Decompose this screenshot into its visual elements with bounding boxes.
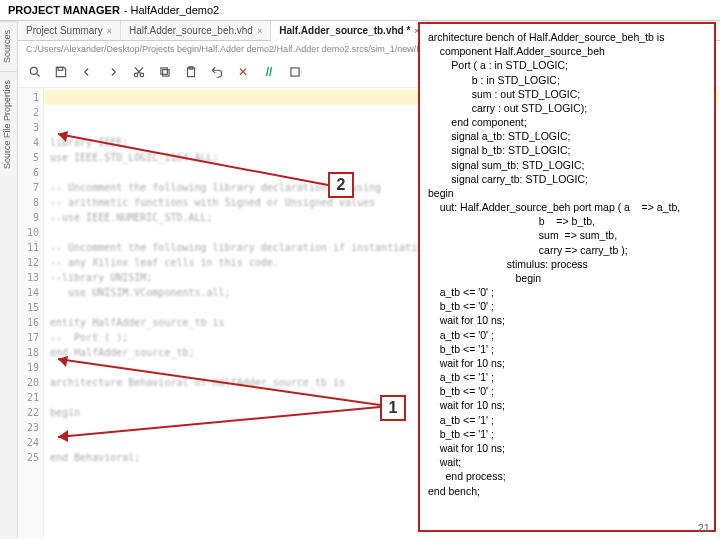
vhdl-line: b_tb <= '1' ;	[428, 427, 706, 441]
tab-source-beh[interactable]: Half.Adder_source_beh.vhd ×	[121, 21, 271, 40]
vhdl-line: b_tb <= '0' ;	[428, 299, 706, 313]
vhdl-line: Port ( a : in STD_LOGIC;	[428, 58, 706, 72]
sidetab-sources[interactable]: Sources	[0, 21, 17, 71]
line-number: 22	[18, 405, 39, 420]
title-main: PROJECT MANAGER	[8, 4, 120, 16]
tab-label: Project Summary	[26, 25, 103, 36]
vhdl-line: wait for 10 ns;	[428, 356, 706, 370]
save-icon[interactable]	[50, 61, 72, 83]
svg-rect-2	[58, 67, 63, 70]
line-number: 4	[18, 135, 39, 150]
svg-line-1	[37, 74, 40, 77]
vhdl-line: a_tb <= '0' ;	[428, 285, 706, 299]
line-number: 20	[18, 375, 39, 390]
vhdl-line: wait for 10 ns;	[428, 313, 706, 327]
line-number: 24	[18, 435, 39, 450]
line-number: 8	[18, 195, 39, 210]
line-number: 12	[18, 255, 39, 270]
line-number: 15	[18, 300, 39, 315]
line-number: 13	[18, 270, 39, 285]
expand-icon[interactable]	[284, 61, 306, 83]
svg-point-0	[30, 67, 37, 74]
svg-rect-11	[291, 68, 299, 76]
comment-button[interactable]: //	[258, 61, 280, 83]
vhdl-line: signal a_tb: STD_LOGIC;	[428, 129, 706, 143]
line-number: 18	[18, 345, 39, 360]
line-number: 17	[18, 330, 39, 345]
svg-rect-8	[161, 68, 167, 74]
copy-icon[interactable]	[154, 61, 176, 83]
vhdl-line: wait for 10 ns;	[428, 441, 706, 455]
line-number: 11	[18, 240, 39, 255]
close-icon[interactable]: ×	[107, 26, 112, 36]
delete-icon[interactable]: ✕	[232, 61, 254, 83]
tab-source-tb[interactable]: Half.Adder_source_tb.vhd * ×	[271, 21, 428, 41]
svg-rect-7	[163, 70, 169, 76]
vhdl-line: carry => carry_tb );	[428, 243, 706, 257]
line-number: 23	[18, 420, 39, 435]
back-icon[interactable]	[76, 61, 98, 83]
line-number: 2	[18, 105, 39, 120]
line-number: 9	[18, 210, 39, 225]
line-gutter: 1234567891011121314151617181920212223242…	[18, 88, 44, 539]
line-number: 3	[18, 120, 39, 135]
forward-icon[interactable]	[102, 61, 124, 83]
vhdl-line: a_tb <= '1' ;	[428, 370, 706, 384]
close-icon[interactable]: ×	[257, 26, 262, 36]
vhdl-line: sum => sum_tb,	[428, 228, 706, 242]
vhdl-line: b : in STD_LOGIC;	[428, 73, 706, 87]
vhdl-line: begin	[428, 271, 706, 285]
tab-label: Half.Adder_source_beh.vhd	[129, 25, 253, 36]
vhdl-line: uut: Half.Adder_source_beh port map ( a …	[428, 200, 706, 214]
vhdl-line: end component;	[428, 115, 706, 129]
slide-number: 21	[698, 522, 710, 534]
vhdl-line: a_tb <= '0' ;	[428, 328, 706, 342]
line-number: 6	[18, 165, 39, 180]
vhdl-line: stimulus: process	[428, 257, 706, 271]
vhdl-line: signal b_tb: STD_LOGIC;	[428, 143, 706, 157]
vhdl-line: begin	[428, 186, 706, 200]
vhdl-line: end process;	[428, 469, 706, 483]
vhdl-line: b_tb <= '0' ;	[428, 384, 706, 398]
line-number: 10	[18, 225, 39, 240]
line-number: 21	[18, 390, 39, 405]
title-bar: PROJECT MANAGER - HalfAdder_demo2	[0, 0, 720, 21]
cut-icon[interactable]	[128, 61, 150, 83]
vhdl-line: wait;	[428, 455, 706, 469]
vhdl-line: sum : out STD_LOGIC;	[428, 87, 706, 101]
line-number: 14	[18, 285, 39, 300]
vhdl-line: b => b_tb,	[428, 214, 706, 228]
sidetab-properties[interactable]: Source File Properties	[0, 71, 17, 177]
vhdl-line: wait for 10 ns;	[428, 398, 706, 412]
vhdl-line: signal sum_tb: STD_LOGIC;	[428, 158, 706, 172]
callout-2: 2	[328, 172, 354, 198]
callout-1: 1	[380, 395, 406, 421]
line-number: 16	[18, 315, 39, 330]
vhdl-line: component Half.Adder_source_beh	[428, 44, 706, 58]
line-number: 5	[18, 150, 39, 165]
tab-project-summary[interactable]: Project Summary ×	[18, 21, 121, 40]
undo-icon[interactable]	[206, 61, 228, 83]
vhdl-code-panel: architecture bench of Half.Adder_source_…	[418, 22, 716, 532]
line-number: 1	[18, 90, 39, 105]
vhdl-line: b_tb <= '1' ;	[428, 342, 706, 356]
vhdl-line: carry : out STD_LOGIC);	[428, 101, 706, 115]
line-number: 19	[18, 360, 39, 375]
title-sub: - HalfAdder_demo2	[124, 4, 219, 16]
vhdl-line: end bench;	[428, 484, 706, 498]
vhdl-line: a_tb <= '1' ;	[428, 413, 706, 427]
line-number: 7	[18, 180, 39, 195]
search-icon[interactable]	[24, 61, 46, 83]
paste-icon[interactable]	[180, 61, 202, 83]
vhdl-line: architecture bench of Half.Adder_source_…	[428, 30, 706, 44]
side-tabs: Sources Source File Properties	[0, 21, 18, 539]
tab-label: Half.Adder_source_tb.vhd *	[279, 25, 410, 36]
line-number: 25	[18, 450, 39, 465]
vhdl-line: signal carry_tb: STD_LOGIC;	[428, 172, 706, 186]
